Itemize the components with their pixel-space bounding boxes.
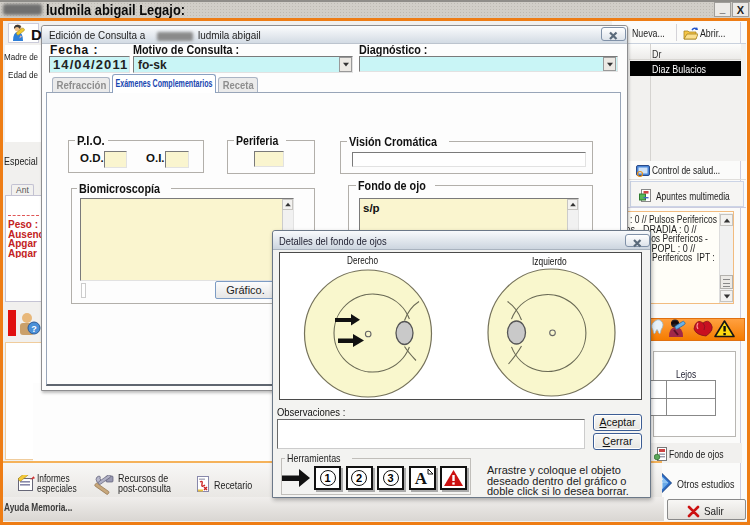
svg-text:A: A	[414, 469, 427, 488]
svg-text:?: ?	[31, 324, 37, 334]
